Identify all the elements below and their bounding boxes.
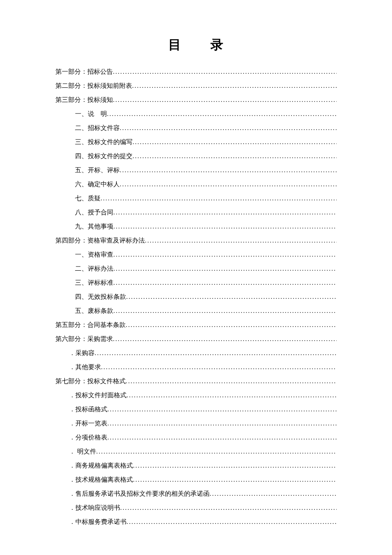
toc-row: ．其他要求 bbox=[55, 360, 337, 374]
toc-entry-label: 五、废标条款 bbox=[75, 304, 113, 318]
toc-row: 二、招标文件容 bbox=[55, 121, 337, 135]
toc-leader-dots bbox=[101, 360, 337, 374]
toc-row: ．中标服务费承诺书 bbox=[55, 515, 337, 529]
toc-entry-label: 第二部分：投标须知前附表 bbox=[55, 79, 132, 93]
toc-leader-dots bbox=[126, 290, 337, 304]
toc-leader-dots bbox=[107, 402, 337, 416]
toc-row: 七、质疑 bbox=[55, 191, 337, 205]
toc-entry-label: ．技术响应说明书 bbox=[69, 501, 120, 515]
toc-leader-dots bbox=[113, 205, 337, 220]
toc-leader-dots bbox=[113, 304, 337, 318]
toc-leader-dots bbox=[133, 459, 337, 473]
toc-entry-label: ．投标文件封面格式 bbox=[69, 388, 127, 402]
title-char-1: 目 bbox=[168, 38, 182, 52]
toc-entry-label: 一、资格审查 bbox=[75, 248, 113, 262]
toc-leader-dots bbox=[107, 431, 337, 445]
toc-entry-label: 第六部分：采购需求 bbox=[55, 332, 113, 346]
toc-row: ．技术响应说明书 bbox=[55, 501, 337, 515]
toc-entry-label: ． 明文件 bbox=[69, 445, 96, 459]
toc-entry-label: 九、其他事项 bbox=[75, 220, 113, 234]
toc-entry-label: ．技术规格偏离表格式 bbox=[69, 473, 133, 487]
toc-leader-dots bbox=[126, 374, 337, 388]
toc-row: 四、投标文件的提交 bbox=[55, 149, 337, 163]
toc-entry-label: 五、开标、评标 bbox=[75, 163, 120, 177]
toc-leader-dots bbox=[132, 79, 337, 93]
toc-row: ．技术规格偏离表格式 bbox=[55, 473, 337, 487]
toc-entry-label: ．采购容 bbox=[69, 346, 95, 360]
toc-entry-label: 七、质疑 bbox=[75, 191, 101, 205]
toc-entry-label: 三、投标文件的编写 bbox=[75, 135, 133, 149]
toc-leader-dots bbox=[133, 135, 337, 149]
title-char-2: 录 bbox=[210, 38, 224, 52]
page-title: 目 录 bbox=[55, 36, 337, 54]
toc-leader-dots bbox=[126, 318, 337, 332]
toc-entry-label: 二、评标办法 bbox=[75, 262, 113, 276]
toc-leader-dots bbox=[120, 163, 337, 177]
toc-leader-dots bbox=[210, 487, 337, 501]
toc-entry-label: 第四部分：资格审查及评标办法 bbox=[55, 234, 145, 248]
toc-entry-label: 六、确定中标人 bbox=[75, 177, 120, 191]
toc-row: ．投标文件封面格式 bbox=[55, 388, 337, 402]
toc-leader-dots bbox=[107, 107, 337, 121]
toc-leader-dots bbox=[113, 248, 337, 262]
toc-row: 八、授予合同 bbox=[55, 205, 337, 220]
toc-leader-dots bbox=[127, 388, 337, 402]
toc-row: 一、说 明 bbox=[55, 107, 337, 121]
toc-row: 第五部分：合同基本条款 bbox=[55, 318, 337, 332]
toc-entry-label: 一、说 明 bbox=[75, 107, 107, 121]
toc-entry-label: 第七部分：投标文件格式 bbox=[55, 374, 126, 388]
toc-row: 第四部分：资格审查及评标办法 bbox=[55, 234, 337, 248]
toc-row: ．采购容 bbox=[55, 346, 337, 360]
toc-leader-dots bbox=[101, 191, 337, 205]
toc-entry-label: ．商务规格偏离表格式 bbox=[69, 459, 133, 473]
toc-row: ．投标函格式 bbox=[55, 402, 337, 416]
toc-leader-dots bbox=[107, 416, 337, 431]
toc-leader-dots bbox=[113, 93, 337, 107]
toc-leader-dots bbox=[120, 121, 337, 135]
toc-row: 第七部分：投标文件格式 bbox=[55, 374, 337, 388]
toc-row: 第六部分：采购需求 bbox=[55, 332, 337, 346]
toc-leader-dots bbox=[96, 445, 337, 459]
toc-row: 二、评标办法 bbox=[55, 262, 337, 276]
toc-leader-dots bbox=[95, 346, 337, 360]
toc-leader-dots bbox=[127, 515, 337, 529]
toc-row: 三、投标文件的编写 bbox=[55, 135, 337, 149]
toc-leader-dots bbox=[120, 177, 337, 191]
toc-row: 六、确定中标人 bbox=[55, 177, 337, 191]
toc-entry-label: 第五部分：合同基本条款 bbox=[55, 318, 126, 332]
toc-entry-label: 三、评标标准 bbox=[75, 276, 113, 290]
toc-leader-dots bbox=[133, 149, 337, 163]
toc-leader-dots bbox=[145, 234, 337, 248]
table-of-contents: 第一部分：招标公告第二部分：投标须知前附表第三部分：投标须知一、说 明二、招标文… bbox=[55, 65, 337, 529]
toc-row: 第二部分：投标须知前附表 bbox=[55, 79, 337, 93]
toc-leader-dots bbox=[113, 65, 337, 79]
toc-entry-label: ．投标函格式 bbox=[69, 402, 107, 416]
toc-leader-dots bbox=[113, 332, 337, 346]
toc-row: ．售后服务承诺书及招标文件要求的相关的承诺函 bbox=[55, 487, 337, 501]
toc-entry-label: ．开标一览表 bbox=[69, 416, 107, 431]
toc-row: 五、开标、评标 bbox=[55, 163, 337, 177]
toc-row: 第一部分：招标公告 bbox=[55, 65, 337, 79]
toc-entry-label: 八、授予合同 bbox=[75, 205, 113, 220]
toc-row: 四、无效投标条款 bbox=[55, 290, 337, 304]
toc-leader-dots bbox=[113, 220, 337, 234]
toc-entry-label: 第一部分：招标公告 bbox=[55, 65, 113, 79]
toc-entry-label: ．中标服务费承诺书 bbox=[69, 515, 127, 529]
toc-entry-label: ．其他要求 bbox=[69, 360, 101, 374]
toc-row: ． 明文件 bbox=[55, 445, 337, 459]
toc-leader-dots bbox=[133, 473, 337, 487]
toc-leader-dots bbox=[113, 276, 337, 290]
toc-entry-label: 四、无效投标条款 bbox=[75, 290, 126, 304]
toc-row: 九、其他事项 bbox=[55, 220, 337, 234]
toc-row: ．商务规格偏离表格式 bbox=[55, 459, 337, 473]
toc-row: 一、资格审查 bbox=[55, 248, 337, 262]
toc-entry-label: 第三部分：投标须知 bbox=[55, 93, 113, 107]
toc-row: 第三部分：投标须知 bbox=[55, 93, 337, 107]
toc-entry-label: ．售后服务承诺书及招标文件要求的相关的承诺函 bbox=[69, 487, 210, 501]
toc-entry-label: 二、招标文件容 bbox=[75, 121, 120, 135]
toc-row: 五、废标条款 bbox=[55, 304, 337, 318]
toc-row: ．开标一览表 bbox=[55, 416, 337, 431]
toc-entry-label: 四、投标文件的提交 bbox=[75, 149, 133, 163]
toc-leader-dots bbox=[120, 501, 337, 515]
toc-entry-label: ．分项价格表 bbox=[69, 431, 107, 445]
